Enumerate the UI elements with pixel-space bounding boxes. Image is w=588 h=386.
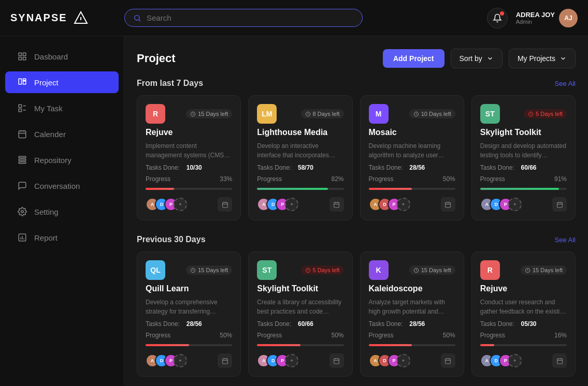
add-member-button[interactable]: + (508, 198, 522, 211)
notification-dot (500, 11, 504, 16)
card-actions (329, 197, 344, 212)
sidebar-item-report[interactable]: Report (5, 227, 119, 248)
topbar: SYNAPSE ADREA JOY Admin AJ (0, 0, 588, 36)
filter-label: My Projects (518, 54, 555, 63)
sidebar-item-label: Project (34, 78, 59, 87)
section1-title: From last 7 Days (137, 79, 203, 88)
tasks-done: Tasks Done: 60/66 (257, 320, 343, 328)
add-member-button[interactable]: + (508, 354, 522, 367)
days-left-badge: 15 Days left (186, 265, 232, 275)
avatar-initials: AJ (564, 14, 572, 22)
sidebar-item-conversation[interactable]: Conversation (5, 175, 119, 197)
main-layout: Dasboard Project My Task Calender Reposi… (0, 36, 588, 386)
project-card: K 15 Days left Kaleidoscope Analyze targ… (360, 251, 464, 377)
member-avatars: A D P + (480, 354, 522, 367)
project-title: Skylight Toolkit (480, 128, 567, 137)
calendar-button[interactable] (441, 197, 455, 212)
calender-icon (18, 129, 27, 139)
card-actions (552, 353, 567, 368)
tasks-done: Tasks Done: 28/56 (369, 320, 455, 328)
card-top: ST 5 Days left (480, 104, 567, 124)
calendar-button[interactable] (552, 353, 567, 368)
calendar-button[interactable] (329, 353, 344, 368)
add-member-button[interactable]: + (397, 354, 410, 367)
card-top: R 15 Days left (480, 260, 567, 280)
sidebar-item-project[interactable]: Project (5, 71, 119, 93)
add-member-button[interactable]: + (285, 198, 298, 211)
filter-dropdown[interactable]: My Projects (509, 49, 576, 68)
sidebar-item-calender[interactable]: Calender (5, 123, 119, 145)
card-top: QL 15 Days left (146, 260, 232, 280)
progress-fill (480, 188, 559, 190)
tasks-done: Tasks Done: 58/70 (257, 164, 343, 171)
project-title: Rejuve (146, 128, 232, 137)
project-card: R 15 Days left Rejuve Implement content … (137, 95, 241, 220)
member-avatars: A D P + (369, 198, 410, 211)
progress-label: Progress91% (480, 175, 567, 183)
project-badge: LM (257, 104, 277, 124)
sidebar-item-label: Report (34, 233, 58, 242)
project-description: Develop an interactive interface that in… (257, 141, 343, 160)
progress-bar (480, 188, 567, 190)
svg-rect-9 (23, 81, 26, 84)
project-description: Design and develop automated testing too… (480, 141, 567, 160)
card-actions (329, 353, 344, 368)
clock-icon (190, 268, 196, 273)
card-footer: A D P + (257, 353, 343, 368)
page-title: Project (137, 52, 377, 65)
add-member-button[interactable]: + (397, 198, 410, 211)
sidebar-item-repository[interactable]: Repository (5, 149, 119, 171)
add-project-button[interactable]: Add Project (383, 49, 444, 68)
calendar-button[interactable] (552, 197, 567, 212)
notification-button[interactable] (487, 8, 508, 28)
project-card: ST 5 Days left Skylight Toolkit Design a… (471, 95, 576, 220)
search-bar[interactable] (124, 9, 363, 27)
card-actions (441, 197, 455, 212)
project-title: Kaleidoscope (369, 284, 455, 293)
project-badge: QL (146, 260, 165, 280)
progress-bar (369, 344, 455, 346)
sidebar-item-mytask[interactable]: My Task (5, 97, 119, 119)
report-icon (18, 233, 27, 242)
project-title: Lighthouse Media (257, 128, 343, 137)
days-left-badge: 15 Days left (521, 265, 567, 275)
clock-icon (305, 111, 311, 117)
sidebar-item-label: Dasboard (34, 52, 68, 61)
card-actions (218, 197, 232, 212)
card-footer: A D P + (369, 353, 455, 368)
calendar-button[interactable] (329, 197, 344, 212)
repository-icon (18, 155, 27, 165)
svg-rect-58 (446, 359, 451, 364)
project-title: Skylight Toolkit (257, 284, 343, 293)
svg-line-3 (139, 20, 140, 21)
add-member-button[interactable]: + (174, 354, 187, 367)
project-description: Develop machine learning algorithm to an… (369, 141, 455, 160)
project-description: Implement content management systems (CM… (146, 141, 232, 160)
progress-bar (480, 344, 567, 346)
calendar-button[interactable] (441, 353, 455, 368)
member-avatars: A D P + (257, 354, 298, 367)
clock-icon (413, 111, 419, 117)
svg-rect-6 (23, 57, 26, 60)
content-area: Project Add Project Sort by My Projects … (124, 36, 588, 386)
member-avatars: A D P + (146, 354, 187, 367)
search-input[interactable] (147, 13, 354, 22)
section2-see-all[interactable]: See All (555, 236, 576, 244)
add-member-button[interactable]: + (174, 198, 187, 211)
calendar-button[interactable] (218, 197, 232, 212)
progress-fill (257, 188, 328, 190)
days-left-badge: 15 Days left (409, 265, 455, 275)
project-title: Quill Learn (146, 284, 232, 293)
svg-rect-11 (19, 105, 21, 107)
progress-fill (146, 188, 174, 190)
add-member-button[interactable]: + (285, 354, 298, 367)
calendar-button[interactable] (218, 353, 232, 368)
sidebar-item-setting[interactable]: Setting (5, 201, 119, 222)
project-badge: ST (257, 260, 277, 280)
project-badge: ST (480, 104, 500, 124)
chevron-down-icon (486, 55, 494, 62)
section1-see-all[interactable]: See All (555, 80, 576, 87)
card-footer: A D P + (480, 353, 567, 368)
sidebar-item-dashboard[interactable]: Dasboard (5, 46, 119, 67)
sort-by-dropdown[interactable]: Sort by (451, 49, 503, 68)
